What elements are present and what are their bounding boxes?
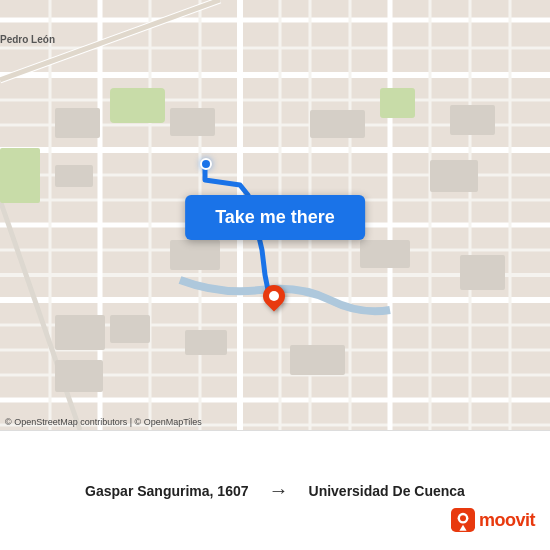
destination-text: Universidad De Cuenca	[309, 483, 465, 499]
route-info: Gaspar Sangurima, 1607 → Universidad De …	[15, 479, 535, 502]
svg-rect-46	[185, 330, 227, 355]
origin-dot	[200, 158, 212, 170]
svg-rect-41	[290, 345, 345, 375]
svg-rect-45	[450, 105, 495, 135]
take-me-there-button[interactable]: Take me there	[185, 195, 365, 240]
svg-rect-37	[55, 165, 93, 187]
arrow-icon: →	[269, 479, 289, 502]
moovit-text: moovit	[479, 510, 535, 531]
svg-rect-36	[55, 108, 100, 138]
svg-rect-35	[380, 88, 415, 118]
map-container: Pedro León Take me there © OpenStreetMap…	[0, 0, 550, 430]
route-origin-dest: Gaspar Sangurima, 1607 → Universidad De …	[15, 479, 535, 502]
moovit-logo-icon	[451, 508, 475, 532]
map-attribution: © OpenStreetMap contributors | © OpenMap…	[5, 417, 202, 427]
svg-rect-43	[170, 108, 215, 136]
svg-rect-48	[110, 315, 150, 343]
bottom-bar: Gaspar Sangurima, 1607 → Universidad De …	[0, 430, 550, 550]
svg-rect-47	[360, 240, 410, 268]
svg-rect-38	[55, 315, 105, 350]
svg-point-52	[460, 515, 466, 521]
svg-rect-44	[310, 110, 365, 138]
moovit-logo: moovit	[451, 508, 535, 532]
svg-rect-34	[0, 148, 40, 203]
svg-rect-49	[430, 160, 478, 192]
svg-rect-40	[170, 240, 220, 270]
origin-text: Gaspar Sangurima, 1607	[85, 483, 248, 499]
svg-rect-42	[460, 255, 505, 290]
svg-rect-39	[55, 360, 103, 392]
svg-rect-33	[110, 88, 165, 123]
